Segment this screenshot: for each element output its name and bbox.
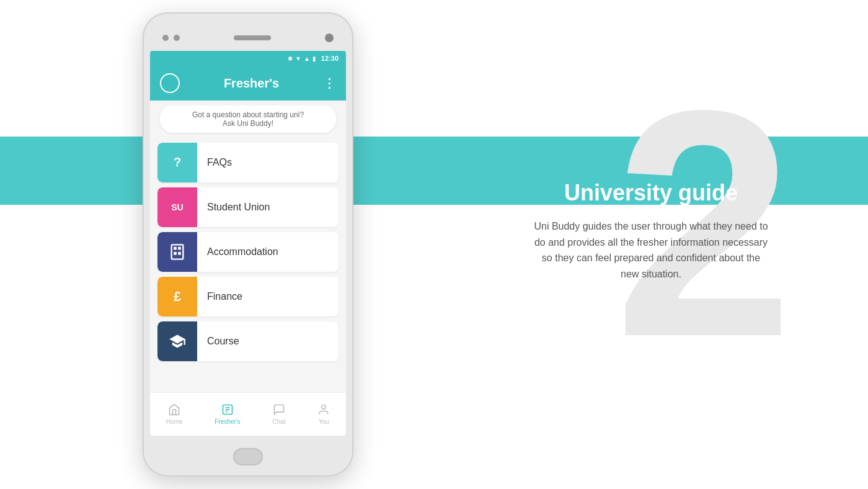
finance-label: Finance xyxy=(197,291,252,302)
front-camera xyxy=(325,34,334,42)
signal-icon: ▲ xyxy=(304,55,310,62)
accommodation-icon xyxy=(157,232,197,272)
wifi-icon: ▼ xyxy=(295,55,301,62)
accommodation-label: Accommodation xyxy=(197,246,288,258)
right-panel: University guide Uni Buddy guides the us… xyxy=(533,180,769,282)
faqs-label: FAQs xyxy=(197,157,242,168)
menu-item-course[interactable]: Course xyxy=(157,321,339,361)
camera-dot-1 xyxy=(162,35,169,41)
camera-area xyxy=(162,35,180,41)
svg-rect-1 xyxy=(172,244,184,259)
nav-freshers-label: Fresher's xyxy=(215,418,240,425)
finance-icon: £ xyxy=(157,277,197,316)
nav-home-label: Home xyxy=(166,418,183,425)
phone-mockup: ✱ ▼ ▲ ▮ 12:30 Fresher's ⋮ Got a question… xyxy=(143,12,353,477)
menu-item-accommodation[interactable]: Accommodation xyxy=(157,232,339,272)
menu-item-student-union[interactable]: SU Student Union xyxy=(157,187,339,227)
home-button[interactable] xyxy=(233,448,263,465)
student-union-icon: SU xyxy=(157,187,197,227)
course-icon xyxy=(157,321,197,361)
status-time: 12:30 xyxy=(321,55,339,62)
svg-rect-3 xyxy=(178,247,181,250)
phone-body: ✱ ▼ ▲ ▮ 12:30 Fresher's ⋮ Got a question… xyxy=(143,12,353,477)
battery-icon: ▮ xyxy=(312,55,316,62)
phone-top-bar xyxy=(150,20,346,51)
status-icons: ✱ ▼ ▲ ▮ 12:30 xyxy=(288,55,339,62)
phone-screen: ✱ ▼ ▲ ▮ 12:30 Fresher's ⋮ Got a question… xyxy=(150,51,346,436)
nav-freshers[interactable]: Fresher's xyxy=(215,403,240,425)
camera-dot-2 xyxy=(174,35,180,41)
header-avatar[interactable] xyxy=(160,73,180,93)
svg-text:?: ? xyxy=(174,155,181,169)
menu-item-finance[interactable]: £ Finance xyxy=(157,277,339,316)
faqs-icon: ? xyxy=(157,143,197,182)
bottom-navigation: Home Fresher's Chat xyxy=(150,392,346,436)
nav-chat-label: Chat xyxy=(272,418,285,425)
nav-home[interactable]: Home xyxy=(166,403,183,425)
search-line2: Ask Uni Buddy! xyxy=(170,119,326,128)
search-line1: Got a question about starting uni? xyxy=(170,110,326,119)
nav-chat[interactable]: Chat xyxy=(272,403,285,425)
app-header: Fresher's ⋮ xyxy=(150,66,346,101)
svg-rect-5 xyxy=(178,252,181,255)
status-bar: ✱ ▼ ▲ ▮ 12:30 xyxy=(150,51,346,66)
course-label: Course xyxy=(197,336,249,347)
bluetooth-icon: ✱ xyxy=(288,55,293,62)
nav-you-label: You xyxy=(319,418,329,425)
search-bar[interactable]: Got a question about starting uni? Ask U… xyxy=(160,105,336,133)
nav-you[interactable]: You xyxy=(317,403,330,425)
student-union-label: Student Union xyxy=(197,202,280,213)
menu-item-faqs[interactable]: ? FAQs xyxy=(157,143,339,182)
menu-list: ? FAQs SU Student Union xyxy=(150,138,346,366)
phone-bottom xyxy=(150,438,346,475)
university-guide-description: Uni Buddy guides the user through what t… xyxy=(533,218,769,282)
more-options-button[interactable]: ⋮ xyxy=(323,76,336,91)
svg-rect-2 xyxy=(174,247,177,250)
university-guide-title: University guide xyxy=(533,180,769,206)
svg-rect-4 xyxy=(174,252,177,255)
phone-speaker xyxy=(234,35,271,40)
svg-point-10 xyxy=(322,405,326,410)
app-title: Fresher's xyxy=(224,76,279,91)
